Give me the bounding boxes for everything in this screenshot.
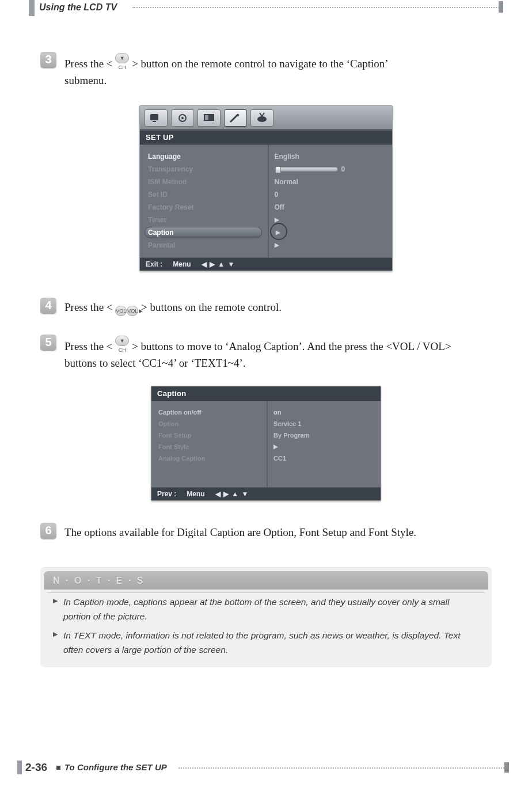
menu-item-caption[interactable]: Caption [148, 226, 263, 239]
menu-item-ism[interactable]: ISM Method [148, 176, 263, 188]
caption-osd: Caption Caption on/off Option Font Setup… [151, 386, 381, 501]
caption-osd-title: Caption [151, 386, 381, 401]
step-3-fragment-b: > button on the remote control to naviga… [132, 58, 389, 70]
menu-item-font-style[interactable]: Font Style [158, 441, 262, 453]
value-setid: 0 [275, 188, 384, 201]
step-6-text: The options available for Digital Captio… [64, 524, 503, 541]
svg-rect-0 [150, 114, 158, 120]
caption-menu-list: Caption on/off Option Font Setup Font St… [151, 401, 268, 487]
step-number-5: 5 [40, 334, 56, 351]
step-5-fragment-b: > buttons to move to ‘Analog Caption’. A… [132, 340, 451, 352]
value-factory-reset: Off [275, 201, 384, 214]
arrow-right-icon: ▶ [273, 443, 278, 450]
step-3-fragment-a: Press the < [64, 58, 113, 70]
step-3-fragment-c: submenu. [64, 74, 107, 86]
value-transparency-num: 0 [341, 165, 345, 173]
footer-square-icon [56, 766, 60, 770]
ch-down-icon: ▼ CH [115, 336, 129, 346]
footer-section-title: To Configure the SET UP [64, 762, 167, 772]
note-item: In TEXT mode, information is not related… [53, 629, 479, 657]
menu-item-analog-caption[interactable]: Analog Caption [158, 453, 262, 464]
osd-tab-screen-icon[interactable] [197, 109, 221, 127]
value-option: Service 1 [273, 418, 373, 429]
caption-osd-footer: Prev : Menu ◀ ▶ ▲ ▼ [151, 487, 381, 500]
menu-item-setid[interactable]: Set ID [148, 188, 263, 201]
step-number-6: 6 [40, 523, 56, 539]
slider-track-icon[interactable] [275, 167, 338, 172]
value-parental: ▶ [275, 239, 384, 252]
step-number-3: 3 [40, 52, 56, 68]
page-footer: 2-36 To Configure the SET UP [17, 761, 509, 778]
notes-box: N · O · T · E · S In Caption mode, capti… [40, 567, 492, 667]
menu-item-transparency[interactable]: Transparency [148, 163, 263, 176]
value-font-style: ▶ [273, 441, 373, 453]
step-5-fragment-a: Press the < [64, 340, 113, 352]
header-end-bar [499, 1, 503, 13]
menu-item-font-setup[interactable]: Font Setup [158, 429, 262, 441]
value-ism: Normal [275, 176, 384, 188]
menu-item-timer[interactable]: Timer [148, 214, 263, 226]
osd-tab-setup-icon[interactable] [224, 109, 247, 127]
notes-list: In Caption mode, captions appear at the … [53, 595, 479, 657]
caption-value-list: on Service 1 By Program ▶ CC1 [268, 401, 381, 487]
section-title: Using the LCD TV [39, 2, 117, 13]
step-4-fragment-b: > buttons on the remote control. [141, 301, 282, 313]
footer-menu-label: Menu [187, 490, 204, 498]
footer-nav-arrows-icon: ◀ ▶ ▲ ▼ [215, 490, 249, 498]
step-3-text: Press the < ▼ CH > button on the remote … [64, 53, 503, 89]
value-font-setup: By Program [273, 429, 373, 441]
value-caption: ▶ [275, 226, 384, 239]
arrow-right-icon: ▶ [275, 216, 279, 223]
notes-heading: N · O · T · E · S [44, 571, 488, 590]
menu-item-option[interactable]: Option [158, 418, 262, 429]
svg-point-3 [181, 117, 184, 119]
value-caption-onoff: on [273, 406, 373, 418]
page-number: 2-36 [25, 761, 47, 774]
svg-point-7 [257, 116, 267, 122]
step-5-fragment-c: buttons to select ‘CC1~4’ or ‘TEXT1~4’. [64, 357, 246, 369]
footer-nav-arrows-icon: ◀ ▶ ▲ ▼ [202, 260, 235, 268]
svg-rect-1 [153, 121, 156, 122]
page-header: Using the LCD TV [29, 0, 503, 21]
step-number-4: 4 [40, 298, 56, 314]
vol-left-icon: VOL ◀ [115, 306, 127, 316]
note-item: In Caption mode, captions appear at the … [53, 595, 479, 624]
svg-point-6 [237, 114, 239, 116]
vol-right-icon: VOL ▶ [127, 306, 138, 316]
header-divider [132, 7, 503, 8]
svg-rect-5 [205, 115, 208, 120]
osd-footer: Exit : Menu ◀ ▶ ▲ ▼ [140, 257, 392, 271]
value-timer: ▶ [275, 214, 384, 226]
footer-menu-label: Menu [173, 260, 191, 268]
footer-accent-bar [17, 761, 22, 774]
menu-item-language[interactable]: Language [148, 150, 263, 163]
osd-menu-list: Language Transparency ISM Method Set ID … [140, 145, 269, 257]
menu-item-parental[interactable]: Parental [148, 239, 263, 252]
menu-item-factory-reset[interactable]: Factory Reset [148, 201, 263, 214]
slider-thumb-icon[interactable] [275, 166, 281, 173]
step-4: 4 Press the < VOL ◀VOL ▶ > buttons on th… [44, 299, 503, 316]
osd-title: SET UP [140, 130, 392, 145]
step-5: 5 Press the < ▼ CH > buttons to move to … [44, 336, 503, 372]
menu-item-caption-onoff[interactable]: Caption on/off [158, 406, 262, 418]
step-4-text: Press the < VOL ◀VOL ▶ > buttons on the … [64, 299, 503, 316]
footer-divider [178, 767, 509, 769]
step-4-fragment-a: Press the < [64, 301, 113, 313]
osd-tab-picture-icon[interactable] [145, 109, 168, 127]
ch-down-icon: ▼ CH [115, 53, 129, 63]
footer-prev-label: Prev : [157, 490, 176, 498]
osd-tab-row [140, 106, 392, 130]
step-5-text: Press the < ▼ CH > buttons to move to ‘A… [64, 336, 503, 372]
step-3: 3 Press the < ▼ CH > button on the remot… [44, 53, 503, 89]
caption-osd-body: Caption on/off Option Font Setup Font St… [151, 401, 381, 487]
value-language: English [275, 150, 384, 163]
value-transparency: 0 [275, 163, 384, 176]
footer-exit-label: Exit : [146, 260, 162, 268]
osd-value-list: English 0 Normal 0 Off ▶ ▶ ▶ [269, 145, 392, 257]
osd-tab-channel-icon[interactable] [250, 109, 273, 127]
footer-end-bar [504, 762, 509, 773]
header-accent-bar [29, 0, 35, 16]
setup-osd: SET UP Language Transparency ISM Method … [139, 105, 393, 271]
value-analog-caption: CC1 [273, 453, 373, 464]
osd-tab-sound-icon[interactable] [171, 109, 194, 127]
